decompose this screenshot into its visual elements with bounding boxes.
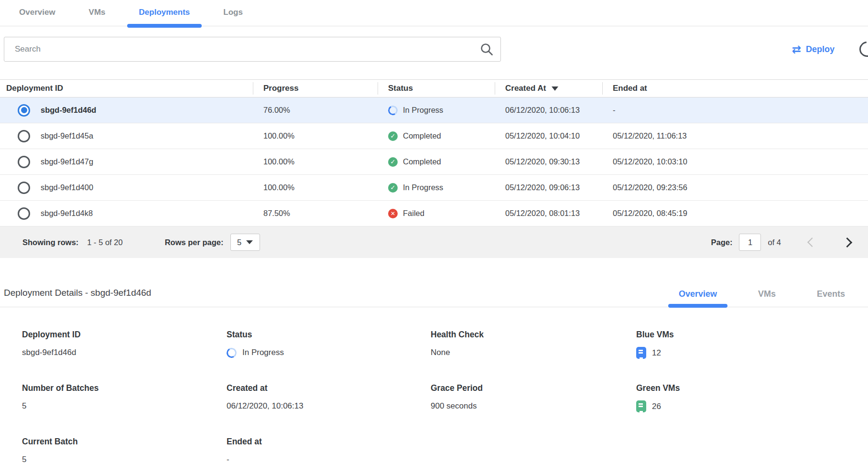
green-vm-icon bbox=[636, 400, 646, 412]
status-label: In Progress bbox=[403, 183, 443, 192]
field-number-of-batches: Number of Batches 5 bbox=[22, 383, 227, 412]
field-value: 5 bbox=[22, 454, 227, 465]
rows-per-page-select[interactable]: 5 bbox=[230, 234, 260, 251]
column-header-created-at-label: Created At bbox=[505, 84, 546, 93]
swap-arrows-icon: ⇄ bbox=[792, 44, 801, 55]
field-label: Ended at bbox=[227, 436, 431, 447]
deploy-button[interactable]: ⇄ Deploy bbox=[792, 44, 835, 55]
tab-logs[interactable]: Logs bbox=[211, 8, 255, 26]
details-tab-events[interactable]: Events bbox=[806, 289, 856, 307]
tab-overview[interactable]: Overview bbox=[7, 8, 67, 26]
created-at-value: 05/12/2020, 09:30:13 bbox=[495, 157, 602, 166]
column-header-ended-at[interactable]: Ended at bbox=[602, 80, 868, 97]
progress-value: 87.50% bbox=[253, 209, 378, 218]
progress-value: 76.00% bbox=[253, 106, 378, 115]
deployment-id: sbgd-9ef1d47g bbox=[41, 157, 93, 166]
details-tab-bar: Overview VMs Events bbox=[668, 289, 868, 307]
deployment-id: sbgd-9ef1d46d bbox=[41, 106, 96, 115]
ended-at-value: - bbox=[602, 106, 868, 115]
chevron-down-icon bbox=[246, 240, 253, 244]
details-tab-vms[interactable]: VMs bbox=[748, 289, 786, 307]
tab-deployments[interactable]: Deployments bbox=[127, 8, 202, 26]
status-label: Completed bbox=[403, 157, 441, 166]
deploy-button-label: Deploy bbox=[806, 44, 835, 54]
field-label: Created at bbox=[227, 383, 431, 393]
ended-at-value: 05/12/2020, 10:03:10 bbox=[602, 157, 868, 166]
pages-total: of 4 bbox=[768, 238, 781, 247]
field-value: 06/12/2020, 10:06:13 bbox=[227, 400, 431, 412]
field-deployment-id: Deployment ID sbgd-9ef1d46d bbox=[22, 329, 227, 359]
field-ended-at: Ended at - bbox=[227, 436, 431, 465]
blue-vm-icon bbox=[636, 347, 646, 359]
row-radio[interactable] bbox=[18, 130, 30, 142]
deployments-page: Overview VMs Deployments Logs ⇄ Deploy D… bbox=[0, 0, 868, 474]
ended-at-value: 05/12/2020, 11:06:13 bbox=[602, 131, 868, 140]
deployment-id: sbgd-9ef1d400 bbox=[41, 183, 93, 192]
field-label: Grace Period bbox=[431, 383, 636, 393]
refresh-icon[interactable] bbox=[856, 38, 868, 60]
tab-vms[interactable]: VMs bbox=[77, 8, 118, 26]
deployments-table: Deployment ID Progress Status Created At… bbox=[0, 79, 868, 258]
rows-per-page-label: Rows per page: bbox=[165, 238, 224, 247]
page-number-input[interactable] bbox=[739, 234, 761, 251]
details-title: Deployment Details - sbgd-9ef1d46d bbox=[0, 288, 151, 307]
table-row[interactable]: sbgd-9ef1d47g 100.00% Completed 05/12/20… bbox=[0, 149, 868, 175]
deployment-details-section: Deployment Details - sbgd-9ef1d46d Overv… bbox=[0, 288, 868, 474]
search-icon bbox=[480, 43, 493, 56]
table-row[interactable]: sbgd-9ef1d46d 76.00% In Progress 06/12/2… bbox=[0, 97, 868, 123]
field-label: Health Check bbox=[431, 329, 636, 340]
row-radio[interactable] bbox=[18, 182, 30, 194]
search-input[interactable] bbox=[4, 37, 501, 62]
details-grid: Deployment ID sbgd-9ef1d46d Status In Pr… bbox=[0, 307, 868, 474]
field-value: 26 bbox=[652, 401, 661, 412]
previous-page-icon[interactable] bbox=[804, 235, 818, 249]
column-header-status[interactable]: Status bbox=[378, 80, 495, 97]
table-row[interactable]: sbgd-9ef1d45a 100.00% Completed 05/12/20… bbox=[0, 123, 868, 149]
field-label: Green VMs bbox=[636, 383, 868, 393]
table-row[interactable]: sbgd-9ef1d400 100.00% In Progress 05/12/… bbox=[0, 175, 868, 201]
column-header-created-at[interactable]: Created At bbox=[495, 80, 602, 97]
field-value: - bbox=[227, 454, 431, 465]
created-at-value: 05/12/2020, 08:01:13 bbox=[495, 209, 602, 218]
status-failed-icon bbox=[388, 209, 398, 218]
table-header-row: Deployment ID Progress Status Created At… bbox=[0, 80, 868, 97]
field-value: sbgd-9ef1d46d bbox=[22, 347, 227, 358]
field-value: 900 seconds bbox=[431, 400, 636, 412]
progress-value: 100.00% bbox=[253, 131, 378, 140]
search-box bbox=[4, 37, 501, 62]
rows-per-page-value: 5 bbox=[237, 238, 241, 247]
status-completed-icon bbox=[388, 183, 398, 193]
page-label: Page: bbox=[711, 238, 733, 247]
showing-rows-label: Showing rows: bbox=[22, 238, 78, 247]
deployment-id: sbgd-9ef1d4k8 bbox=[41, 209, 93, 218]
row-radio-selected[interactable] bbox=[18, 104, 30, 117]
table-row[interactable]: sbgd-9ef1d4k8 87.50% Failed 05/12/2020, … bbox=[0, 201, 868, 226]
next-page-icon[interactable] bbox=[841, 235, 856, 249]
field-label: Deployment ID bbox=[22, 329, 227, 340]
column-header-deployment-id[interactable]: Deployment ID bbox=[0, 80, 253, 97]
status-in-progress-icon bbox=[387, 104, 399, 116]
status-completed-icon bbox=[388, 131, 398, 141]
sort-desc-icon bbox=[552, 86, 558, 91]
ended-at-value: 05/12/2020, 08:45:19 bbox=[602, 209, 868, 218]
row-radio[interactable] bbox=[18, 156, 30, 168]
details-tab-overview[interactable]: Overview bbox=[668, 289, 727, 307]
field-health-check: Health Check None bbox=[431, 329, 636, 359]
showing-rows-value: 1 - 5 of 20 bbox=[87, 238, 122, 247]
field-created-at: Created at 06/12/2020, 10:06:13 bbox=[227, 383, 431, 412]
column-header-progress[interactable]: Progress bbox=[253, 80, 378, 97]
field-label: Blue VMs bbox=[636, 329, 868, 340]
status-completed-icon bbox=[388, 157, 398, 167]
toolbar: ⇄ Deploy bbox=[0, 37, 868, 62]
toolbar-actions: ⇄ Deploy bbox=[792, 42, 868, 57]
created-at-value: 05/12/2020, 09:06:13 bbox=[495, 183, 602, 192]
field-status: Status In Progress bbox=[227, 329, 431, 359]
field-value: None bbox=[431, 347, 636, 358]
created-at-value: 06/12/2020, 10:06:13 bbox=[495, 106, 602, 115]
field-green-vms: Green VMs 26 bbox=[636, 383, 868, 412]
pagination: Page: of 4 bbox=[711, 234, 868, 251]
details-header: Deployment Details - sbgd-9ef1d46d Overv… bbox=[0, 288, 868, 307]
row-radio[interactable] bbox=[18, 207, 30, 220]
status-in-progress-icon bbox=[226, 346, 238, 359]
field-blue-vms: Blue VMs 12 bbox=[636, 329, 868, 359]
